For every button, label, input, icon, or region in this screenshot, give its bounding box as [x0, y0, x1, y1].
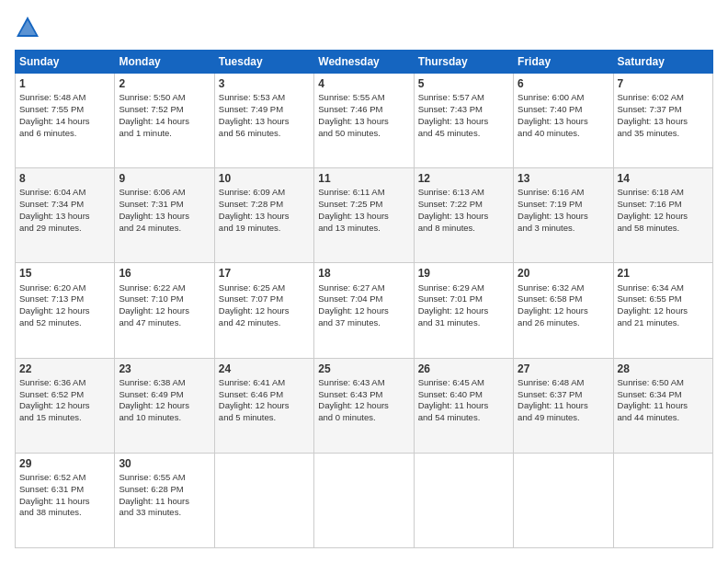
day-info: Daylight: 13 hours — [318, 211, 409, 223]
day-number: 18 — [318, 266, 409, 281]
day-info: and 5 minutes. — [219, 412, 310, 424]
day-info: and 37 minutes. — [318, 317, 409, 329]
calendar-cell: 14Sunrise: 6:18 AMSunset: 7:16 PMDayligh… — [613, 168, 712, 263]
day-info: Daylight: 13 hours — [119, 211, 210, 223]
day-info: and 10 minutes. — [119, 412, 210, 424]
day-info: Sunrise: 6:20 AM — [19, 282, 110, 294]
day-info: Sunrise: 5:48 AM — [19, 92, 110, 104]
calendar-week-5: 29Sunrise: 6:52 AMSunset: 6:31 PMDayligh… — [16, 453, 713, 547]
day-number: 7 — [618, 76, 709, 91]
day-info: Sunrise: 6:04 AM — [19, 187, 110, 199]
day-info: Daylight: 13 hours — [318, 116, 409, 128]
day-info: and 56 minutes. — [219, 128, 310, 140]
day-number: 13 — [518, 171, 609, 186]
col-header-wednesday: Wednesday — [314, 51, 414, 74]
day-info: and 40 minutes. — [518, 128, 609, 140]
day-info: Sunset: 6:34 PM — [618, 389, 709, 401]
day-info: and 33 minutes. — [119, 507, 210, 519]
day-number: 23 — [119, 362, 210, 376]
day-info: Sunset: 7:55 PM — [19, 104, 110, 116]
day-info: and 42 minutes. — [219, 317, 310, 329]
calendar-week-2: 8Sunrise: 6:04 AMSunset: 7:34 PMDaylight… — [16, 168, 713, 263]
calendar-cell: 1Sunrise: 5:48 AMSunset: 7:55 PMDaylight… — [16, 74, 115, 168]
day-info: and 52 minutes. — [19, 317, 110, 329]
day-info: and 58 minutes. — [618, 223, 709, 235]
day-info: Sunrise: 6:48 AM — [518, 377, 609, 389]
calendar-cell: 7Sunrise: 6:02 AMSunset: 7:37 PMDaylight… — [613, 74, 712, 168]
day-info: and 49 minutes. — [518, 412, 609, 424]
day-info: Sunset: 7:46 PM — [318, 104, 409, 116]
day-number: 4 — [318, 76, 409, 91]
day-info: Sunrise: 6:36 AM — [19, 377, 110, 389]
day-info: Sunrise: 5:57 AM — [418, 92, 509, 104]
day-number: 20 — [518, 266, 609, 281]
day-info: and 47 minutes. — [119, 317, 210, 329]
calendar-cell: 5Sunrise: 5:57 AMSunset: 7:43 PMDaylight… — [414, 74, 513, 168]
col-header-thursday: Thursday — [414, 51, 513, 74]
day-info: Sunset: 7:16 PM — [618, 199, 709, 211]
calendar-cell: 9Sunrise: 6:06 AMSunset: 7:31 PMDaylight… — [115, 168, 214, 263]
day-info: Daylight: 13 hours — [418, 211, 509, 223]
calendar-cell: 24Sunrise: 6:41 AMSunset: 6:46 PMDayligh… — [214, 358, 313, 453]
day-info: Daylight: 13 hours — [518, 116, 609, 128]
day-info: Sunset: 7:52 PM — [119, 104, 210, 116]
day-info: and 6 minutes. — [19, 128, 110, 140]
day-info: Sunset: 7:22 PM — [418, 199, 509, 211]
day-info: Sunset: 7:01 PM — [418, 293, 509, 305]
calendar-header-row: SundayMondayTuesdayWednesdayThursdayFrid… — [16, 51, 713, 74]
day-info: Sunrise: 6:45 AM — [418, 377, 509, 389]
day-number: 24 — [219, 362, 310, 376]
day-info: Daylight: 12 hours — [19, 400, 110, 412]
calendar-cell — [514, 453, 613, 547]
calendar-cell: 22Sunrise: 6:36 AMSunset: 6:52 PMDayligh… — [16, 358, 115, 453]
calendar-cell: 15Sunrise: 6:20 AMSunset: 7:13 PMDayligh… — [16, 263, 115, 358]
col-header-friday: Friday — [514, 51, 613, 74]
day-info: Sunset: 7:19 PM — [518, 199, 609, 211]
day-number: 22 — [19, 362, 110, 376]
day-info: Sunrise: 5:53 AM — [219, 92, 310, 104]
day-number: 17 — [219, 266, 310, 281]
day-number: 10 — [219, 171, 310, 186]
day-info: and 15 minutes. — [19, 412, 110, 424]
day-info: Daylight: 12 hours — [318, 305, 409, 317]
day-info: Sunrise: 6:29 AM — [418, 282, 509, 294]
header — [15, 15, 713, 40]
day-info: Daylight: 12 hours — [318, 400, 409, 412]
day-number: 1 — [19, 76, 110, 91]
day-info: Daylight: 13 hours — [618, 116, 709, 128]
day-info: Daylight: 12 hours — [418, 305, 509, 317]
day-info: and 19 minutes. — [219, 223, 310, 235]
calendar-cell — [414, 453, 513, 547]
day-info: Daylight: 12 hours — [518, 305, 609, 317]
day-info: Daylight: 13 hours — [19, 211, 110, 223]
day-info: and 3 minutes. — [518, 223, 609, 235]
day-info: Sunrise: 5:55 AM — [318, 92, 409, 104]
day-info: Sunrise: 6:00 AM — [518, 92, 609, 104]
calendar-cell: 11Sunrise: 6:11 AMSunset: 7:25 PMDayligh… — [314, 168, 414, 263]
col-header-monday: Monday — [115, 51, 214, 74]
day-number: 8 — [19, 171, 110, 186]
calendar-cell: 17Sunrise: 6:25 AMSunset: 7:07 PMDayligh… — [214, 263, 313, 358]
day-info: and 35 minutes. — [618, 128, 709, 140]
day-info: Daylight: 12 hours — [19, 305, 110, 317]
day-info: Daylight: 12 hours — [119, 400, 210, 412]
day-info: Sunset: 7:43 PM — [418, 104, 509, 116]
day-info: and 29 minutes. — [19, 223, 110, 235]
day-info: and 54 minutes. — [418, 412, 509, 424]
day-info: Sunrise: 6:13 AM — [418, 187, 509, 199]
day-info: Daylight: 14 hours — [19, 116, 110, 128]
calendar-cell: 23Sunrise: 6:38 AMSunset: 6:49 PMDayligh… — [115, 358, 214, 453]
calendar-cell: 19Sunrise: 6:29 AMSunset: 7:01 PMDayligh… — [414, 263, 513, 358]
col-header-sunday: Sunday — [16, 51, 115, 74]
day-info: Sunset: 7:04 PM — [318, 293, 409, 305]
calendar-cell: 30Sunrise: 6:55 AMSunset: 6:28 PMDayligh… — [115, 453, 214, 547]
day-info: Sunset: 6:40 PM — [418, 389, 509, 401]
day-info: and 13 minutes. — [318, 223, 409, 235]
day-number: 11 — [318, 171, 409, 186]
day-number: 16 — [119, 266, 210, 281]
logo-icon — [15, 15, 40, 40]
calendar-cell: 25Sunrise: 6:43 AMSunset: 6:43 PMDayligh… — [314, 358, 414, 453]
day-info: Sunset: 7:10 PM — [119, 293, 210, 305]
day-info: and 8 minutes. — [418, 223, 509, 235]
day-info: Sunset: 7:13 PM — [19, 293, 110, 305]
